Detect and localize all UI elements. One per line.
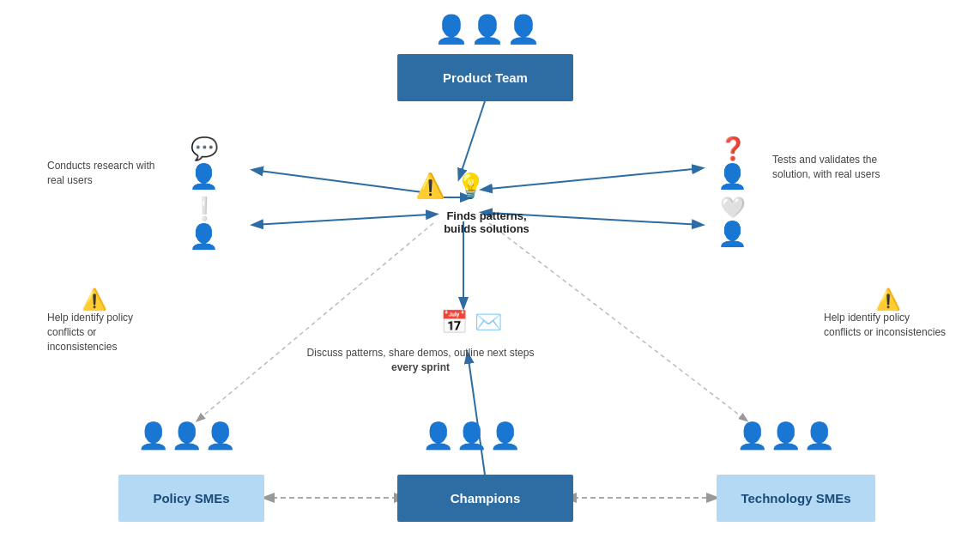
tech-smes-icon: 👤 [736,421,768,451]
tech-smes-icon2: 👤 [770,421,802,451]
champions-icon2: 👤 [456,421,487,451]
center-node-label: Finds patterns, builds solutions [405,209,568,235]
warning-icon: ⚠️ [415,172,445,200]
left-top-person-icon: 👤 [189,162,219,191]
annotation-right-bottom: Help identify policy conflicts or incons… [824,311,948,340]
right-mid-heart-icon: 🤍 [717,196,747,220]
technology-smes-label: Technology SMEs [741,491,850,506]
svg-line-2 [253,215,429,225]
champions-icon3: 👤 [489,421,521,451]
policy-smes-icon: 👤 [137,421,169,451]
annotation-left-top: Conducts research with real users [47,159,159,188]
champions-label: Champions [451,491,521,506]
tech-smes-icon3: 👤 [803,421,835,451]
left-top-chat-icon: 💬 [189,136,219,162]
right-top-person-icon: 👤 [717,162,747,191]
annotation-left-bottom: Help identify policy conflicts or incons… [47,311,167,354]
svg-line-11 [489,223,747,421]
right-top-question-icon: ❓ [717,136,747,162]
policy-smes-box: Policy SMEs [118,475,264,522]
product-team-label: Product Team [443,70,528,85]
lightbulb-icon: 💡 [456,172,486,200]
right-mid-person-icon: 👤 [717,220,747,248]
policy-smes-icon2: 👤 [171,421,203,451]
left-mid-exclaim-icon: ❕ [189,196,219,222]
svg-line-10 [197,223,433,421]
mail-icon: ✉️ [475,309,502,336]
warn-right-icon: ⚠️ [875,288,901,312]
sprint-text: Discuss patterns, share demos, outline n… [266,346,575,375]
sprint-icons: 📅 ✉️ [440,309,502,336]
diagram: Product Team 👤👤👤 ⚠️ 💡 Finds patterns, bu… [0,0,980,551]
policy-smes-label: Policy SMEs [153,491,229,506]
warn-left-icon: ⚠️ [82,288,107,312]
svg-line-1 [253,170,429,193]
svg-line-3 [489,168,702,189]
champions-icon: 👤 [422,421,454,451]
svg-line-5 [459,101,485,179]
champions-box: Champions [397,475,573,522]
technology-smes-box: Technology SMEs [717,475,875,522]
product-team-icon: 👤👤👤 [434,15,541,43]
product-team-box: Product Team [397,54,573,101]
calendar-icon: 📅 [440,309,468,336]
left-mid-person-icon: 👤 [189,222,219,251]
annotation-right-top: Tests and validates the solution, with r… [772,153,910,182]
policy-smes-icon3: 👤 [204,421,236,451]
